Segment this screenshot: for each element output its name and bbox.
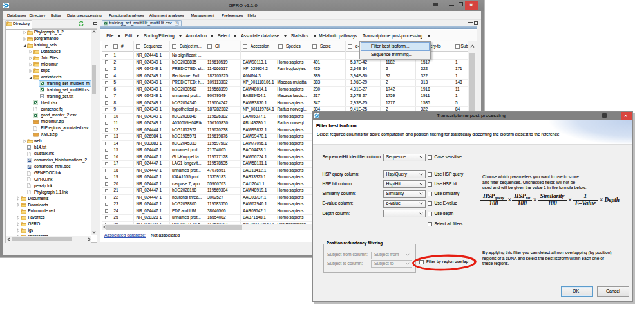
svg-text:W: W [28, 165, 31, 169]
svg-text:W: W [28, 159, 31, 162]
